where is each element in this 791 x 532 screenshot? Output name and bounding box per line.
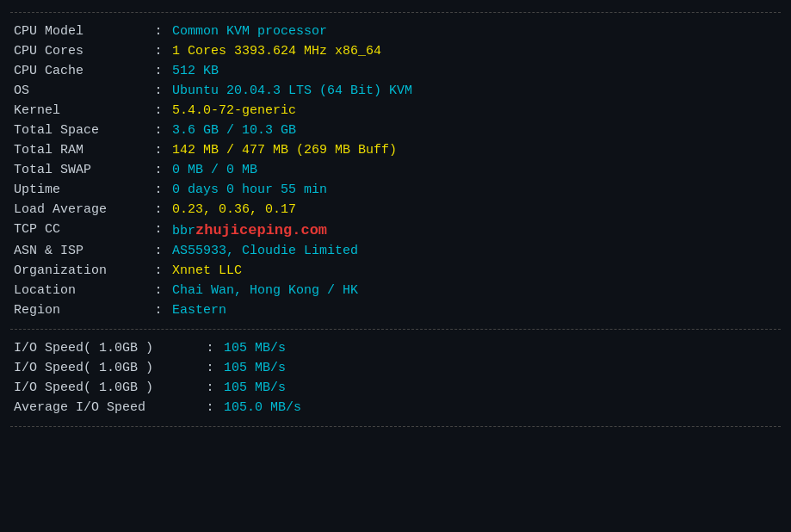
row-value: 512 KB	[169, 61, 781, 81]
row-separator: :	[148, 41, 169, 61]
row-label: Total RAM	[10, 140, 148, 160]
row-separator: :	[148, 200, 169, 220]
table-row: Average I/O Speed:105.0 MB/s	[10, 398, 781, 418]
row-value: 1 Cores 3393.624 MHz x86_64	[169, 41, 781, 61]
row-label: OS	[10, 81, 148, 101]
row-label: TCP CC	[10, 220, 148, 241]
table-row: Load Average:0.23, 0.36, 0.17	[10, 200, 781, 220]
row-separator: :	[200, 338, 220, 358]
row-label: Total SWAP	[10, 160, 148, 180]
row-separator: :	[148, 261, 169, 281]
row-value: Eastern	[169, 300, 781, 320]
row-label: I/O Speed( 1.0GB )	[10, 358, 200, 378]
row-value: 0.23, 0.36, 0.17	[169, 200, 781, 220]
row-label: CPU Cache	[10, 61, 148, 81]
row-separator: :	[200, 358, 220, 378]
table-row: Uptime:0 days 0 hour 55 min	[10, 180, 781, 200]
row-value: 0 days 0 hour 55 min	[169, 180, 781, 200]
row-label: Region	[10, 300, 148, 320]
row-label: Uptime	[10, 180, 148, 200]
row-label: ASN & ISP	[10, 241, 148, 261]
row-value: AS55933, Cloudie Limited	[169, 241, 781, 261]
row-value: Chai Wan, Hong Kong / HK	[169, 281, 781, 300]
table-row: Location:Chai Wan, Hong Kong / HK	[10, 281, 781, 300]
row-label: Organization	[10, 261, 148, 281]
row-label: I/O Speed( 1.0GB )	[10, 338, 200, 358]
middle-divider	[10, 329, 781, 330]
row-value: 142 MB / 477 MB (269 MB Buff)	[169, 140, 781, 160]
table-row: Kernel:5.4.0-72-generic	[10, 101, 781, 121]
table-row: OS:Ubuntu 20.04.3 LTS (64 Bit) KVM	[10, 81, 781, 101]
watermark-text: zhujiceping.com	[195, 222, 327, 238]
row-value: Xnnet LLC	[169, 261, 781, 281]
bottom-divider	[10, 426, 781, 427]
table-row: Organization:Xnnet LLC	[10, 261, 781, 281]
row-label: CPU Model	[10, 22, 148, 41]
row-value: Common KVM processor	[169, 22, 781, 41]
table-row: Total RAM:142 MB / 477 MB (269 MB Buff)	[10, 140, 781, 160]
table-row: I/O Speed( 1.0GB ):105 MB/s	[10, 378, 781, 398]
row-value: 105 MB/s	[220, 358, 781, 378]
io-table: I/O Speed( 1.0GB ):105 MB/sI/O Speed( 1.…	[10, 338, 781, 418]
row-separator: :	[148, 220, 169, 241]
row-separator: :	[148, 101, 169, 121]
row-value: 5.4.0-72-generic	[169, 101, 781, 121]
row-label: I/O Speed( 1.0GB )	[10, 378, 200, 398]
table-row: TCP CC:bbrzhujiceping.com	[10, 220, 781, 241]
table-row: I/O Speed( 1.0GB ):105 MB/s	[10, 358, 781, 378]
row-label: Average I/O Speed	[10, 398, 200, 418]
row-separator: :	[200, 398, 220, 418]
table-row: ASN & ISP:AS55933, Cloudie Limited	[10, 241, 781, 261]
row-separator: :	[148, 180, 169, 200]
row-separator: :	[148, 61, 169, 81]
row-value: 3.6 GB / 10.3 GB	[169, 121, 781, 140]
table-row: Total Space:3.6 GB / 10.3 GB	[10, 121, 781, 140]
top-divider	[10, 12, 781, 13]
row-label: Load Average	[10, 200, 148, 220]
system-info-section: CPU Model:Common KVM processorCPU Cores:…	[10, 18, 781, 324]
row-value: 105 MB/s	[220, 338, 781, 358]
row-separator: :	[148, 121, 169, 140]
row-value: bbrzhujiceping.com	[169, 220, 781, 241]
row-separator: :	[148, 81, 169, 101]
table-row: Total SWAP:0 MB / 0 MB	[10, 160, 781, 180]
table-row: Region:Eastern	[10, 300, 781, 320]
io-speed-section: I/O Speed( 1.0GB ):105 MB/sI/O Speed( 1.…	[10, 335, 781, 421]
system-info-table: CPU Model:Common KVM processorCPU Cores:…	[10, 22, 781, 320]
row-value: 105.0 MB/s	[220, 398, 781, 418]
row-label: Total Space	[10, 121, 148, 140]
row-value: 105 MB/s	[220, 378, 781, 398]
row-separator: :	[148, 241, 169, 261]
table-row: CPU Model:Common KVM processor	[10, 22, 781, 41]
table-row: CPU Cache:512 KB	[10, 61, 781, 81]
row-label: CPU Cores	[10, 41, 148, 61]
row-separator: :	[148, 22, 169, 41]
table-row: CPU Cores:1 Cores 3393.624 MHz x86_64	[10, 41, 781, 61]
row-label: Kernel	[10, 101, 148, 121]
row-separator: :	[148, 140, 169, 160]
row-separator: :	[148, 160, 169, 180]
row-separator: :	[148, 281, 169, 300]
table-row: I/O Speed( 1.0GB ):105 MB/s	[10, 338, 781, 358]
row-value: Ubuntu 20.04.3 LTS (64 Bit) KVM	[169, 81, 781, 101]
tcp-cc-value: bbr	[172, 224, 195, 238]
row-label: Location	[10, 281, 148, 300]
row-value: 0 MB / 0 MB	[169, 160, 781, 180]
row-separator: :	[148, 300, 169, 320]
row-separator: :	[200, 378, 220, 398]
